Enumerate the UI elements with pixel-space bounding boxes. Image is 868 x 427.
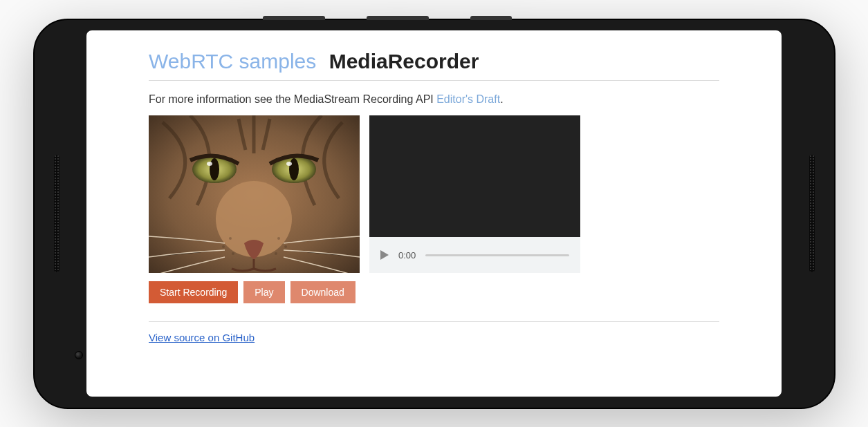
seek-track[interactable] — [425, 254, 569, 256]
editors-draft-link[interactable]: Editor's Draft — [436, 93, 500, 105]
svg-point-12 — [284, 245, 287, 248]
description-prefix: For more information see the MediaStream… — [149, 93, 436, 105]
svg-point-9 — [222, 245, 225, 248]
view-source-link[interactable]: View source on GitHub — [149, 332, 255, 343]
title-link[interactable]: WebRTC samples — [149, 50, 316, 73]
phone-frame: WebRTC samples MediaRecorder For more in… — [33, 19, 835, 409]
cat-image — [149, 115, 360, 273]
svg-point-11 — [277, 237, 280, 240]
title-main: MediaRecorder — [329, 50, 479, 73]
svg-point-6 — [286, 162, 292, 166]
front-camera — [75, 351, 83, 359]
download-button[interactable]: Download — [290, 281, 355, 303]
time-display: 0:00 — [398, 250, 416, 260]
recorded-video-player: 0:00 — [369, 115, 580, 273]
svg-point-3 — [207, 162, 212, 166]
speaker-right — [809, 155, 815, 272]
play-button[interactable]: Play — [243, 281, 284, 303]
svg-point-5 — [289, 158, 299, 180]
svg-point-10 — [232, 252, 234, 255]
svg-point-8 — [229, 237, 232, 240]
live-video-preview — [149, 115, 360, 273]
button-row: Start Recording Play Download — [149, 281, 719, 303]
media-row: 0:00 — [149, 115, 719, 273]
start-recording-button[interactable]: Start Recording — [149, 281, 238, 303]
speaker-left — [54, 155, 59, 272]
video-canvas — [369, 115, 580, 237]
play-icon[interactable] — [380, 250, 389, 260]
page-title: WebRTC samples MediaRecorder — [149, 50, 719, 81]
svg-point-13 — [275, 252, 277, 255]
screen: WebRTC samples MediaRecorder For more in… — [86, 30, 782, 397]
description-text: For more information see the MediaStream… — [149, 93, 719, 106]
video-controls: 0:00 — [369, 237, 580, 273]
description-suffix: . — [500, 93, 503, 105]
phone-hardware-buttons — [263, 16, 512, 20]
divider — [149, 321, 719, 322]
svg-point-2 — [210, 158, 219, 180]
